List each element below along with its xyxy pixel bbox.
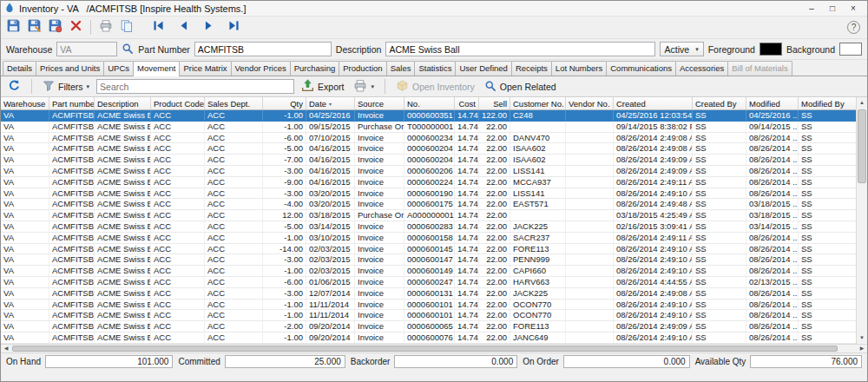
export-button[interactable]: Export — [299, 78, 346, 95]
previous-record-button[interactable] — [174, 18, 193, 37]
column-header-created-by[interactable]: Created By — [693, 97, 746, 109]
column-header-vendor-no-[interactable]: Vendor No. — [566, 97, 614, 109]
column-header-customer-no-[interactable]: Customer No. — [510, 97, 566, 109]
part-lookup-icon[interactable] — [122, 43, 134, 56]
tab-sales[interactable]: Sales — [386, 61, 416, 76]
column-header-sell[interactable]: Sell — [479, 97, 510, 109]
table-row[interactable]: VAACMFITSBACME Swiss BallACCACC-3.0002/0… — [1, 254, 856, 266]
last-record-button[interactable] — [224, 18, 243, 37]
part-number-input[interactable] — [194, 42, 332, 56]
cell: 08/26/2014 2:49:09 AM — [614, 166, 693, 176]
foreground-color-swatch[interactable] — [760, 43, 782, 56]
cell: SS — [693, 266, 746, 276]
tab-prices-and-units[interactable]: Prices and Units — [36, 61, 104, 76]
filters-button[interactable]: Filters ▾ — [40, 79, 92, 95]
tab-upcs[interactable]: UPCs — [103, 61, 134, 76]
table-row[interactable]: VAACMFITSBACME Swiss BallACCACC-14.0002/… — [1, 244, 856, 255]
background-color-swatch[interactable] — [839, 43, 862, 56]
print-button[interactable] — [96, 18, 115, 37]
table-row[interactable]: VAACMFITSBACME Swiss BallACCACC-1.0011/1… — [1, 310, 856, 321]
column-header-created[interactable]: Created — [614, 97, 693, 109]
close-button[interactable]: × — [843, 1, 864, 16]
first-record-button[interactable] — [148, 18, 168, 37]
tab-details[interactable]: Details — [3, 61, 36, 76]
tab-receipts[interactable]: Receipts — [511, 61, 552, 76]
tab-communications[interactable]: Communications — [606, 61, 676, 76]
tab-accessories[interactable]: Accessories — [675, 61, 728, 76]
table-row[interactable]: VAACMFITSBACME Swiss BallACCACC-2.0009/2… — [1, 321, 856, 333]
tab-user-defined[interactable]: User Defined — [455, 61, 511, 76]
cell: Invoice — [355, 277, 404, 287]
table-row[interactable]: VAACMFITSBACME Swiss BallACCACC-6.0001/0… — [1, 277, 856, 288]
table-row[interactable]: VAACMFITSBACME Swiss BallACCACC-3.0012/0… — [1, 288, 856, 300]
delete-button[interactable] — [66, 18, 85, 37]
toolbar-separator — [31, 79, 32, 94]
table-row[interactable]: VAACMFITSBACME Swiss BallACCACC12.0003/1… — [1, 210, 856, 221]
next-record-button[interactable] — [199, 18, 218, 37]
cell: Invoice — [355, 221, 404, 232]
tab-lot-numbers[interactable]: Lot Numbers — [551, 61, 607, 76]
table-row[interactable]: VAACMFITSBACME Swiss BallACCACC-1.0003/1… — [1, 233, 856, 244]
column-header-cost[interactable]: Cost — [455, 97, 479, 109]
save-button[interactable] — [3, 18, 23, 37]
help-button[interactable]: ? — [847, 21, 860, 34]
column-header-part-number[interactable]: Part number — [49, 97, 95, 109]
table-row[interactable]: VAACMFITSBACME Swiss BallACCACC-3.0004/1… — [1, 166, 856, 177]
window-controls: – □ × — [801, 1, 864, 16]
table-row[interactable]: VAACMFITSBACME Swiss BallACCACC-6.0007/1… — [1, 133, 856, 144]
table-row[interactable]: VAACMFITSBACME Swiss BallACCACC-1.0009/1… — [1, 122, 856, 133]
table-row[interactable]: VAACMFITSBACME Swiss BallACCACC-4.0003/2… — [1, 199, 856, 210]
tab-statistics[interactable]: Statistics — [414, 61, 456, 76]
column-header-description[interactable]: Description — [95, 97, 151, 109]
description-input[interactable] — [385, 42, 654, 56]
horizontal-scroll-thumb[interactable] — [12, 346, 838, 352]
column-header-qty[interactable]: Qty — [263, 97, 306, 109]
horizontal-scrollbar[interactable]: ◀ ▶ — [1, 344, 867, 352]
scroll-down-button[interactable]: ▼ — [857, 333, 867, 344]
table-row[interactable]: VAACMFITSBACME Swiss BallACCACC-7.0004/1… — [1, 155, 856, 166]
cell: ISAA602 — [510, 155, 566, 165]
scroll-up-button[interactable]: ▲ — [857, 97, 867, 109]
table-row[interactable]: VAACMFITSBACME Swiss BallACCACC-1.0002/0… — [1, 266, 856, 277]
revert-button[interactable] — [45, 18, 64, 37]
backorder-value: 0.000 — [394, 355, 517, 368]
open-related-button[interactable]: Open Related — [482, 79, 559, 95]
table-row[interactable]: VAACMFITSBACME Swiss BallACCACC-1.0009/2… — [1, 333, 856, 344]
tab-price-matrix[interactable]: Price Matrix — [179, 61, 231, 76]
column-header-source[interactable]: Source — [355, 97, 404, 109]
table-row[interactable]: VAACMFITSBACME Swiss BallACCACC-1.0004/2… — [1, 110, 856, 122]
cell: ACC — [205, 310, 263, 320]
vertical-scroll-thumb[interactable] — [858, 109, 866, 183]
save-as-button[interactable] — [24, 18, 43, 37]
minimize-button[interactable]: – — [801, 1, 822, 16]
tab-movement[interactable]: Movement — [133, 61, 180, 76]
tab-purchasing[interactable]: Purchasing — [290, 61, 340, 76]
column-header-date[interactable]: Date▾ — [306, 97, 355, 109]
table-row[interactable]: VAACMFITSBACME Swiss BallACCACC-9.0004/1… — [1, 177, 856, 188]
copy-button[interactable] — [117, 18, 136, 37]
tab-production[interactable]: Production — [339, 61, 386, 76]
open-inventory-button[interactable]: Open Inventory — [393, 78, 477, 95]
print-list-button[interactable]: ▾ — [351, 78, 377, 96]
scroll-left-button[interactable]: ◀ — [1, 345, 11, 352]
table-row[interactable]: VAACMFITSBACME Swiss BallACCACC-3.0003/2… — [1, 188, 856, 200]
maximize-button[interactable]: □ — [822, 1, 843, 16]
warehouse-input[interactable] — [56, 42, 117, 56]
column-header-product-code[interactable]: Product Code — [151, 97, 205, 109]
column-header-warehouse[interactable]: Warehouse — [1, 97, 49, 109]
column-header-sales-dept-[interactable]: Sales Dept. — [205, 97, 263, 109]
cell: ACMFITSB — [49, 133, 95, 143]
tab-bill-of-materials[interactable]: Bill of Materials — [727, 61, 792, 76]
table-row[interactable]: VAACMFITSBACME Swiss BallACCACC-1.0011/1… — [1, 300, 856, 311]
column-header-no-[interactable]: No. — [404, 97, 455, 109]
scroll-right-button[interactable]: ▶ — [857, 345, 867, 352]
column-header-modified[interactable]: Modified — [746, 97, 799, 109]
refresh-button[interactable] — [5, 78, 23, 95]
column-header-modified-by[interactable]: Modified By — [799, 97, 856, 109]
table-row[interactable]: VAACMFITSBACME Swiss BallACCACC-5.0003/1… — [1, 221, 856, 233]
status-select[interactable]: Active ▾ — [660, 42, 704, 56]
tab-vendor-prices[interactable]: Vendor Prices — [231, 61, 291, 76]
vertical-scrollbar[interactable]: ▲ ▼ — [856, 97, 867, 344]
table-row[interactable]: VAACMFITSBACME Swiss BallACCACC-5.0004/1… — [1, 143, 856, 155]
search-input[interactable] — [96, 79, 294, 94]
